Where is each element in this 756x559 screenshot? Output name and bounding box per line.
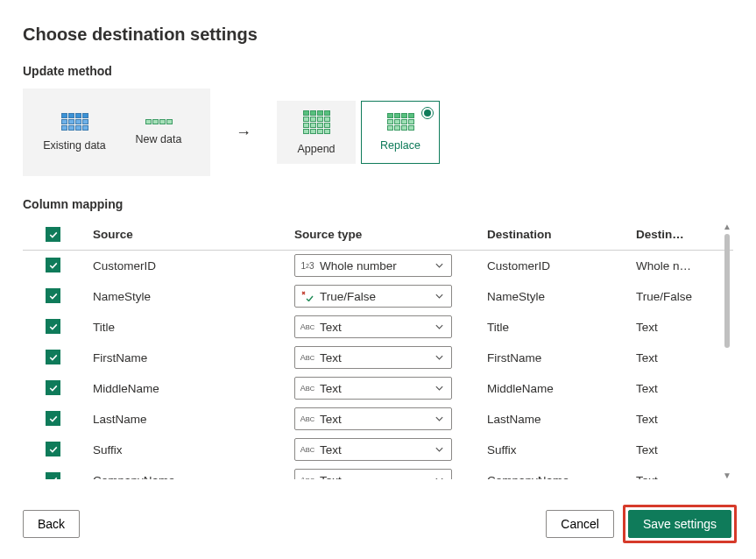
append-card[interactable]: Append [277,101,356,164]
source-type-dropdown[interactable]: ABCText [294,438,452,461]
source-type-dropdown[interactable]: ABCText [294,407,452,430]
scroll-down-icon[interactable]: ▼ [723,471,731,481]
destination-cell: MiddleName [487,382,636,395]
header-source-type[interactable]: Source type [294,228,487,241]
row-checkbox[interactable] [46,442,60,456]
text-type-icon: ABC [300,351,314,364]
source-type-value: Text [320,474,342,479]
source-type-dropdown[interactable]: ABCText [294,377,452,400]
existing-data-card: Existing data [35,101,114,164]
text-type-icon: ABC [300,321,314,333]
dest-type-cell: Text [636,474,715,479]
header-source[interactable]: Source [93,228,294,241]
table-row: FirstNameABCTextFirstNameText [23,343,733,373]
replace-card[interactable]: Replace [361,101,440,164]
table-row: SuffixABCTextSuffixText [23,435,733,465]
new-data-icon [145,119,173,124]
table-body: CustomerID123Whole numberCustomerIDWhole… [23,250,733,479]
row-checkbox[interactable] [46,411,60,426]
current-data-group: Existing data New data [23,88,210,176]
table-row: CustomerID123Whole numberCustomerIDWhole… [23,251,733,281]
existing-data-icon [61,113,88,131]
table-row: NameStyleTrue/FalseNameStyleTrue/False [23,281,733,312]
save-settings-button[interactable]: Save settings [628,510,731,538]
scroll-up-icon[interactable]: ▲ [723,222,731,232]
scroll-thumb[interactable] [724,234,730,348]
source-cell: Suffix [93,443,294,456]
destination-cell: CustomerID [487,259,636,272]
source-type-value: True/False [320,290,376,303]
header-dest-type[interactable]: Destin… [636,228,715,241]
destination-cell: LastName [487,413,636,426]
column-mapping-label: Column mapping [23,197,733,211]
bool-type-icon [300,290,314,302]
source-cell: CompanyName [93,474,294,479]
chevron-down-icon [435,414,444,424]
cancel-button[interactable]: Cancel [546,510,614,538]
number-type-icon: 123 [300,259,314,272]
source-type-dropdown[interactable]: ABCText [294,469,452,479]
header-destination[interactable]: Destination [487,228,636,241]
mapping-table: Source Source type Destination Destin… C… [23,222,733,479]
source-cell: CustomerID [93,259,294,272]
method-options: Append Replace [277,101,440,164]
source-type-dropdown[interactable]: ABCText [294,315,452,338]
chevron-down-icon [435,292,444,301]
source-type-dropdown[interactable]: 123Whole number [294,254,452,277]
row-checkbox[interactable] [46,472,60,478]
dest-type-cell: Text [636,413,715,426]
chevron-down-icon [435,384,444,393]
source-type-value: Text [320,443,342,456]
arrow-icon: → [226,124,261,142]
source-type-value: Text [320,321,342,334]
dest-type-cell: True/False [636,290,715,303]
table-row: LastNameABCTextLastNameText [23,404,733,435]
source-type-dropdown[interactable]: True/False [294,285,452,308]
text-type-icon: ABC [300,474,314,479]
destination-cell: NameStyle [487,290,636,303]
back-button[interactable]: Back [23,510,80,538]
dest-type-cell: Whole n… [636,259,715,272]
row-checkbox[interactable] [46,319,60,334]
source-cell: FirstName [93,351,294,364]
row-checkbox[interactable] [46,258,60,272]
row-checkbox[interactable] [46,380,60,395]
destination-cell: Title [487,321,636,334]
dest-type-cell: Text [636,351,715,364]
chevron-down-icon [435,445,444,455]
row-checkbox[interactable] [46,288,60,303]
source-type-value: Text [320,382,342,395]
dest-type-cell: Text [636,321,715,334]
table-row: TitleABCTextTitleText [23,312,733,343]
text-type-icon: ABC [300,443,314,456]
source-cell: NameStyle [93,290,294,303]
table-header: Source Source type Destination Destin… [23,222,733,250]
dest-type-cell: Text [636,443,715,456]
page-title: Choose destination settings [23,25,733,45]
destination-cell: FirstName [487,351,636,364]
update-method-row: Existing data New data → Append [23,88,733,176]
source-type-dropdown[interactable]: ABCText [294,346,452,369]
chevron-down-icon [435,261,444,271]
text-type-icon: ABC [300,413,314,425]
new-data-card: New data [119,101,198,164]
append-icon [303,110,330,134]
update-method-label: Update method [23,64,733,78]
chevron-down-icon [435,476,444,479]
footer: Back Cancel Save settings [23,505,737,543]
source-type-value: Text [320,351,342,364]
select-all-checkbox[interactable] [46,227,60,242]
replace-icon [387,113,414,131]
table-row: MiddleNameABCTextMiddleNameText [23,373,733,404]
source-cell: MiddleName [93,382,294,395]
text-type-icon: ABC [300,382,314,394]
destination-cell: CompanyName [487,474,636,479]
new-data-label: New data [136,133,182,145]
chevron-down-icon [435,353,444,363]
scrollbar[interactable]: ▲ ▼ [721,222,733,481]
row-checkbox[interactable] [46,350,60,364]
table-row: CompanyNameABCTextCompanyNameText [23,465,733,479]
save-highlight: Save settings [623,505,737,543]
chevron-down-icon [435,322,444,332]
source-cell: LastName [93,413,294,426]
